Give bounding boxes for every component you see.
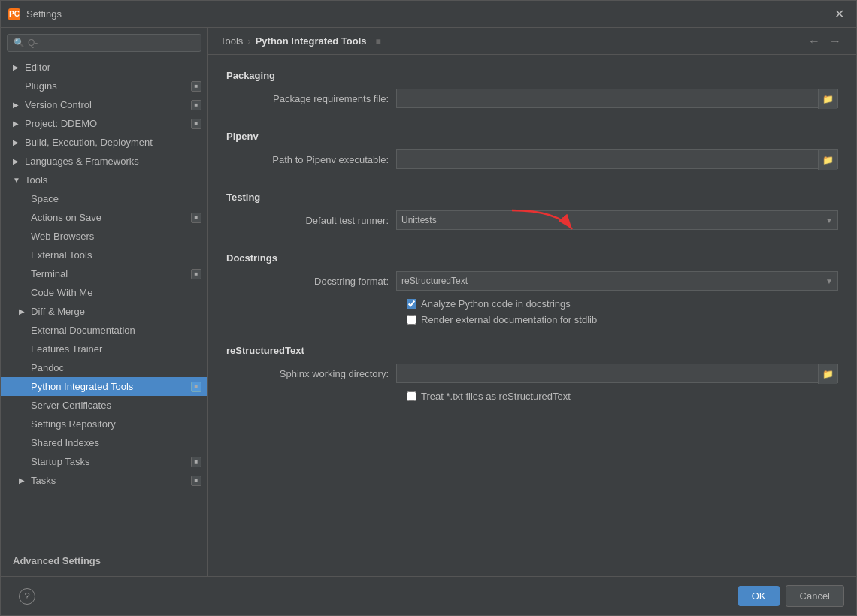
sidebar-item-label: Actions on Save xyxy=(31,212,101,223)
render-external-checkbox[interactable] xyxy=(407,315,416,325)
test-runner-label: Default test runner: xyxy=(238,215,396,226)
sidebar-item-plugins[interactable]: Plugins ■ xyxy=(1,77,207,95)
sidebar-item-features-trainer[interactable]: Features Trainer xyxy=(1,340,207,358)
window-title: Settings xyxy=(26,8,830,20)
sidebar-item-label: Version Control xyxy=(25,99,92,110)
test-runner-dropdown[interactable]: Unittests pytest Nosetests xyxy=(401,215,833,225)
sidebar-item-label: Startup Tasks xyxy=(31,456,90,467)
cancel-button[interactable]: Cancel xyxy=(786,585,844,607)
packaging-section-header: Packaging xyxy=(226,70,838,81)
analyze-python-checkbox[interactable] xyxy=(407,299,416,309)
sidebar-item-settings-repository[interactable]: Settings Repository xyxy=(1,415,207,433)
breadcrumb-current: Python Integrated Tools xyxy=(256,35,367,47)
sphinx-dir-input[interactable]: 📁 xyxy=(396,364,838,383)
sidebar-badge: ■ xyxy=(191,213,201,223)
package-requirements-field[interactable] xyxy=(397,89,818,107)
pipenv-path-label: Path to Pipenv executable: xyxy=(238,154,396,165)
settings-panel: Packaging Package requirements file: 📁 P… xyxy=(208,55,856,576)
expand-icon: ▶ xyxy=(19,307,28,316)
sidebar-item-label: Advanced Settings xyxy=(13,555,101,566)
package-requirements-input[interactable]: 📁 xyxy=(396,89,838,108)
browse-button[interactable]: 📁 xyxy=(818,150,837,170)
sidebar-item-tools[interactable]: ▼ Tools xyxy=(1,171,207,189)
sidebar-item-label: Terminal xyxy=(31,268,68,279)
sidebar-item-label: Python Integrated Tools xyxy=(31,381,133,392)
render-external-label: Render external documentation for stdlib xyxy=(421,314,597,325)
search-input[interactable] xyxy=(28,38,195,48)
treat-txt-row: Treat *.txt files as reStructuredText xyxy=(226,391,838,402)
sidebar-item-label: External Tools xyxy=(31,249,92,261)
browse-button[interactable]: 📁 xyxy=(818,364,837,384)
browse-button[interactable]: 📁 xyxy=(818,89,837,109)
treat-txt-label: Treat *.txt files as reStructuredText xyxy=(421,391,571,402)
sidebar-item-label: Editor xyxy=(25,62,50,73)
sidebar-item-actions-on-save[interactable]: Actions on Save ■ xyxy=(1,208,207,227)
sidebar-item-label: Web Browsers xyxy=(31,231,94,242)
sidebar-item-label: Space xyxy=(31,193,59,204)
dialog-body: 🔍 ▶ Editor Plugins ■ ▶ Version xyxy=(1,28,856,576)
sidebar-item-tasks[interactable]: ▶ Tasks ■ xyxy=(1,471,207,490)
help-button[interactable]: ? xyxy=(19,588,35,605)
sphinx-dir-field[interactable] xyxy=(397,364,818,382)
title-bar: PC Settings ✕ xyxy=(1,1,856,28)
sidebar-item-version-control[interactable]: ▶ Version Control ■ xyxy=(1,95,207,114)
treat-txt-checkbox[interactable] xyxy=(407,391,416,401)
pipenv-section-header: Pipenv xyxy=(226,131,838,142)
search-box[interactable]: 🔍 xyxy=(7,34,201,52)
sidebar-badge: ■ xyxy=(191,457,201,467)
breadcrumb-bookmark-icon: ■ xyxy=(376,36,381,47)
sidebar-badge: ■ xyxy=(191,382,201,392)
sidebar-item-pandoc[interactable]: Pandoc xyxy=(1,358,207,377)
settings-dialog: PC Settings ✕ 🔍 ▶ Editor Plugins xyxy=(0,0,857,616)
pipenv-path-field[interactable] xyxy=(397,150,818,168)
sidebar-item-project[interactable]: ▶ Project: DDEMO ■ xyxy=(1,114,207,133)
sidebar-item-label: Code With Me xyxy=(31,287,92,298)
sidebar-badge: ■ xyxy=(191,269,201,279)
ok-button[interactable]: OK xyxy=(738,586,780,606)
pipenv-path-row: Path to Pipenv executable: 📁 xyxy=(226,149,838,169)
sidebar-item-editor[interactable]: ▶ Editor xyxy=(1,58,207,77)
sidebar-item-label: Pandoc xyxy=(31,362,64,373)
sidebar-item-external-tools[interactable]: External Tools xyxy=(1,246,207,264)
sidebar-item-space[interactable]: Space xyxy=(1,189,207,208)
sidebar-item-shared-indexes[interactable]: Shared Indexes xyxy=(1,433,207,452)
sidebar-badge: ■ xyxy=(191,119,201,129)
expand-icon: ▶ xyxy=(13,157,22,165)
sidebar-item-advanced-settings[interactable]: Advanced Settings xyxy=(7,551,201,570)
nav-back-button[interactable]: ← xyxy=(805,33,823,50)
sidebar-item-code-with-me[interactable]: Code With Me xyxy=(1,283,207,302)
close-button[interactable]: ✕ xyxy=(830,5,849,23)
pipenv-path-input[interactable]: 📁 xyxy=(396,149,838,169)
breadcrumb: Tools › Python Integrated Tools ■ ← → xyxy=(208,28,856,55)
analyze-python-row: Analyze Python code in docstrings xyxy=(226,298,838,310)
breadcrumb-parent: Tools xyxy=(220,35,243,47)
breadcrumb-nav: ← → xyxy=(805,33,844,50)
sidebar-item-diff-merge[interactable]: ▶ Diff & Merge xyxy=(1,302,207,321)
docstring-format-row: Docstring format: reStructuredText NumPy… xyxy=(226,271,838,291)
sphinx-dir-row: Sphinx working directory: 📁 xyxy=(226,364,838,383)
sidebar-footer: Advanced Settings xyxy=(1,545,207,576)
sidebar-item-startup-tasks[interactable]: Startup Tasks ■ xyxy=(1,452,207,471)
sidebar-item-server-certificates[interactable]: Server Certificates xyxy=(1,396,207,415)
sidebar: 🔍 ▶ Editor Plugins ■ ▶ Version xyxy=(1,28,208,576)
sidebar-item-languages[interactable]: ▶ Languages & Frameworks xyxy=(1,152,207,171)
sidebar-item-python-integrated-tools[interactable]: Python Integrated Tools ■ xyxy=(1,377,207,396)
analyze-python-label: Analyze Python code in docstrings xyxy=(421,298,571,310)
expand-icon: ▶ xyxy=(13,119,22,128)
docstring-format-select[interactable]: reStructuredText NumPy Google Epytext ▼ xyxy=(396,271,838,291)
docstring-format-dropdown[interactable]: reStructuredText NumPy Google Epytext xyxy=(401,276,833,286)
package-requirements-label: Package requirements file: xyxy=(238,93,396,104)
sidebar-item-label: Diff & Merge xyxy=(31,306,85,317)
nav-forward-button[interactable]: → xyxy=(826,33,844,50)
sidebar-item-build[interactable]: ▶ Build, Execution, Deployment xyxy=(1,133,207,152)
sidebar-item-external-documentation[interactable]: External Documentation xyxy=(1,321,207,340)
sidebar-item-web-browsers[interactable]: Web Browsers xyxy=(1,227,207,246)
expand-icon: ▶ xyxy=(13,138,22,146)
search-icon: 🔍 xyxy=(14,38,25,48)
restructuredtext-section-header: reStructuredText xyxy=(226,345,838,356)
test-runner-select[interactable]: Unittests pytest Nosetests ▼ xyxy=(396,210,838,230)
expand-icon: ▶ xyxy=(13,63,22,71)
sidebar-item-terminal[interactable]: Terminal ■ xyxy=(1,264,207,283)
sidebar-badge: ■ xyxy=(191,100,201,110)
sidebar-item-label: Server Certificates xyxy=(31,400,111,411)
